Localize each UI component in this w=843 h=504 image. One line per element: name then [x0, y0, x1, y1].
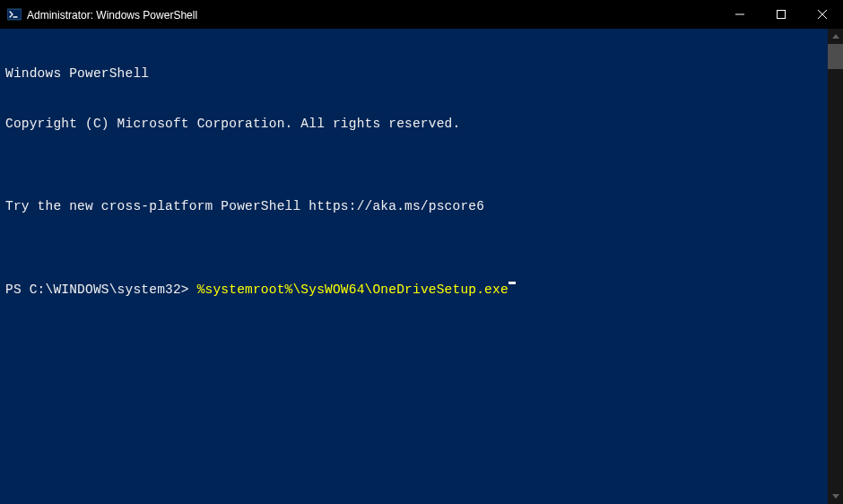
vertical-scrollbar[interactable] — [828, 29, 843, 504]
svg-rect-3 — [778, 11, 786, 19]
output-line: Copyright (C) Microsoft Corporation. All… — [5, 116, 822, 133]
window-title: Administrator: Windows PowerShell — [27, 8, 719, 22]
window-controls — [719, 0, 843, 29]
terminal-container: Windows PowerShell Copyright (C) Microso… — [0, 29, 843, 504]
prompt-line: PS C:\WINDOWS\system32> %systemroot%\Sys… — [5, 282, 822, 299]
maximize-icon — [777, 10, 786, 19]
scrollbar-down-arrow[interactable] — [828, 489, 843, 504]
chevron-down-icon — [832, 494, 839, 499]
minimize-icon — [735, 10, 744, 19]
output-line: Windows PowerShell — [5, 65, 822, 83]
scrollbar-track[interactable] — [828, 44, 843, 489]
scrollbar-thumb[interactable] — [828, 44, 843, 69]
chevron-up-icon — [832, 34, 839, 39]
scrollbar-up-arrow[interactable] — [828, 29, 843, 44]
powershell-window: Administrator: Windows PowerShell — [0, 0, 843, 504]
svg-rect-0 — [7, 9, 22, 20]
output-line: Try the new cross-platform PowerShell ht… — [5, 198, 822, 215]
prompt-text: PS C:\WINDOWS\system32> — [5, 282, 197, 299]
titlebar[interactable]: Administrator: Windows PowerShell — [0, 0, 843, 29]
text-cursor — [508, 282, 516, 284]
powershell-icon — [7, 7, 22, 22]
close-icon — [818, 10, 827, 19]
minimize-button[interactable] — [719, 0, 760, 29]
close-button[interactable] — [802, 0, 843, 29]
command-text: %systemroot%\SysWOW64\OneDriveSetup.exe — [197, 282, 508, 299]
terminal-area[interactable]: Windows PowerShell Copyright (C) Microso… — [0, 29, 828, 504]
maximize-button[interactable] — [760, 0, 802, 29]
